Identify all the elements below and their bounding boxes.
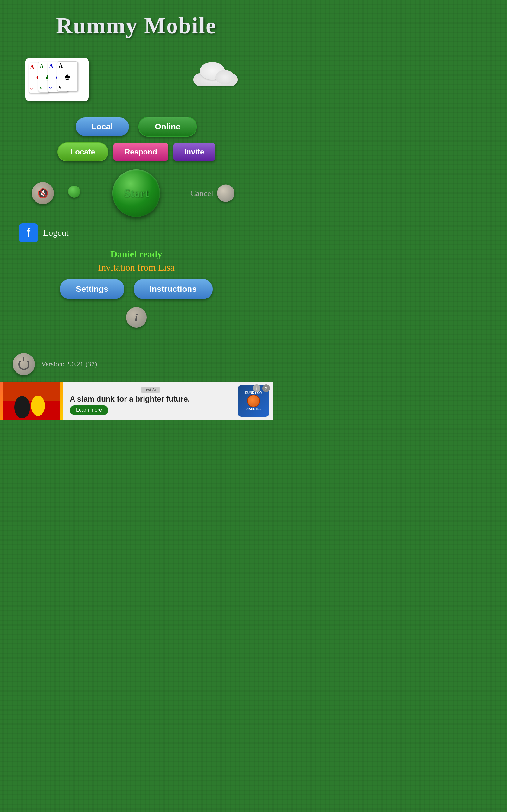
version-text: Version: 2.0.21 (37) xyxy=(41,360,97,368)
ad-badge-top: DUNK FOR xyxy=(245,391,262,395)
ad-learn-more-button[interactable]: Learn more xyxy=(70,405,108,415)
local-button[interactable]: Local xyxy=(76,117,129,136)
ad-image-svg xyxy=(3,382,60,420)
primary-mode-row: Local Online xyxy=(76,117,197,137)
player-dot-small xyxy=(68,186,80,198)
mute-icon: 🔇 xyxy=(38,188,49,199)
cloud-bump xyxy=(216,70,234,84)
info-area: i xyxy=(0,307,273,328)
instructions-button[interactable]: Instructions xyxy=(134,279,213,299)
facebook-icon[interactable]: f xyxy=(19,223,38,242)
ad-image xyxy=(0,382,63,420)
info-button[interactable]: i xyxy=(126,307,147,328)
version-area: Version: 2.0.21 (37) xyxy=(0,344,273,382)
ad-content: Test Ad A slam dunk for a brighter futur… xyxy=(63,384,238,418)
cancel-button[interactable] xyxy=(217,185,234,202)
svg-point-3 xyxy=(31,396,45,416)
settings-button[interactable]: Settings xyxy=(60,279,124,299)
info-icon: i xyxy=(135,311,138,323)
online-button[interactable]: Online xyxy=(138,117,197,137)
ad-banner: Test Ad A slam dunk for a brighter futur… xyxy=(0,382,273,420)
hero-area: A ♥ A A ♣ A A ♦ A A ♣ A xyxy=(0,52,273,107)
power-icon xyxy=(18,359,30,370)
app-title: Rummy Mobile xyxy=(0,13,273,39)
ad-test-label: Test Ad xyxy=(141,387,160,393)
ad-headline: A slam dunk for a brighter future. xyxy=(70,395,190,403)
logout-button[interactable]: Logout xyxy=(43,228,69,238)
cancel-label: Cancel xyxy=(190,189,213,198)
invitation-status: Invitation from Lisa xyxy=(0,262,273,273)
card-4-bottom: A xyxy=(59,85,76,90)
app-title-area: Rummy Mobile xyxy=(0,0,273,45)
start-button[interactable]: Start xyxy=(112,169,160,217)
mute-button[interactable]: 🔇 xyxy=(32,182,54,204)
svg-point-2 xyxy=(14,396,30,418)
card-display: A ♥ A A ♣ A A ♦ A A ♣ A xyxy=(25,58,89,101)
game-controls-area: 🔇 Start Cancel xyxy=(0,168,273,218)
player-ready-status: Daniel ready xyxy=(0,249,273,259)
bottom-buttons-area: Settings Instructions xyxy=(0,279,273,299)
status-area: Daniel ready Invitation from Lisa xyxy=(0,249,273,273)
card-4: A ♣ A xyxy=(57,61,78,91)
start-button-label: Start xyxy=(124,187,149,200)
basketball-icon xyxy=(247,395,260,407)
cloud-decoration xyxy=(190,67,241,92)
ad-info-icon: ℹ xyxy=(253,385,261,392)
mode-buttons-section: Local Online Locate Respond Invite xyxy=(0,117,273,161)
locate-button[interactable]: Locate xyxy=(57,142,108,161)
card-4-suit: ♣ xyxy=(59,68,76,85)
cancel-area: Cancel xyxy=(190,185,234,202)
respond-button[interactable]: Respond xyxy=(113,143,168,161)
ad-close-button[interactable]: ✕ xyxy=(262,385,270,392)
card-4-label: A xyxy=(59,63,76,68)
ad-badge-bottom: DIABETES xyxy=(245,407,262,411)
account-area: f Logout xyxy=(0,220,273,246)
invite-button[interactable]: Invite xyxy=(173,143,216,161)
power-button[interactable] xyxy=(13,353,35,375)
secondary-mode-row: Locate Respond Invite xyxy=(57,142,216,161)
